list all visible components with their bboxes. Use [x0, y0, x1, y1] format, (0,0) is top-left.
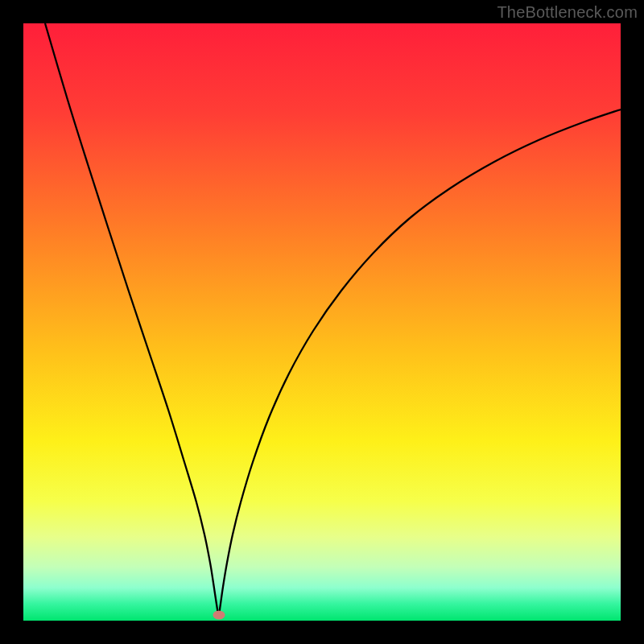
- plot-area: [23, 23, 621, 621]
- min-marker: [213, 611, 225, 620]
- watermark-text: TheBottleneck.com: [497, 3, 638, 22]
- bottleneck-curve: [23, 23, 621, 621]
